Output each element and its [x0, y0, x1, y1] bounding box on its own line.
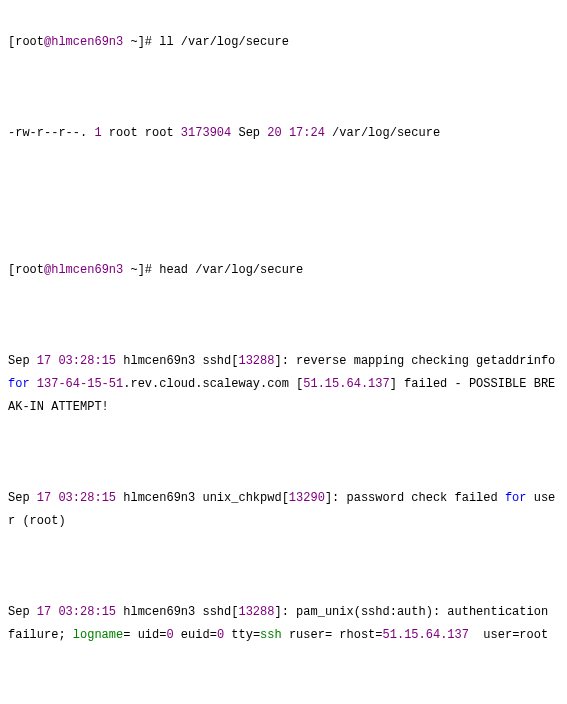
command-text: ll /var/log/secure: [152, 35, 289, 49]
prompt-bracket: [root: [8, 35, 44, 49]
log-entry-3: Sep 17 03:28:15 hlmcen69n3 sshd[13288]: …: [8, 601, 559, 647]
log-entry-2: Sep 17 03:28:15 hlmcen69n3 unix_chkpwd[1…: [8, 487, 559, 533]
prompt-host: @hlmcen69n3: [44, 35, 123, 49]
prompt-bracket: [root: [8, 263, 44, 277]
terminal-output: [root@hlmcen69n3 ~]# ll /var/log/secure …: [8, 8, 559, 704]
log-entry-1: Sep 17 03:28:15 hlmcen69n3 sshd[13288]: …: [8, 350, 559, 418]
prompt-end: ~]#: [123, 35, 152, 49]
prompt-end: ~]#: [123, 263, 152, 277]
command-line-1: [root@hlmcen69n3 ~]# ll /var/log/secure: [8, 31, 559, 54]
ls-output: -rw-r--r--. 1 root root 3173904 Sep 20 1…: [8, 122, 559, 145]
prompt-host: @hlmcen69n3: [44, 263, 123, 277]
command-line-2: [root@hlmcen69n3 ~]# head /var/log/secur…: [8, 259, 559, 282]
command-text: head /var/log/secure: [152, 263, 303, 277]
